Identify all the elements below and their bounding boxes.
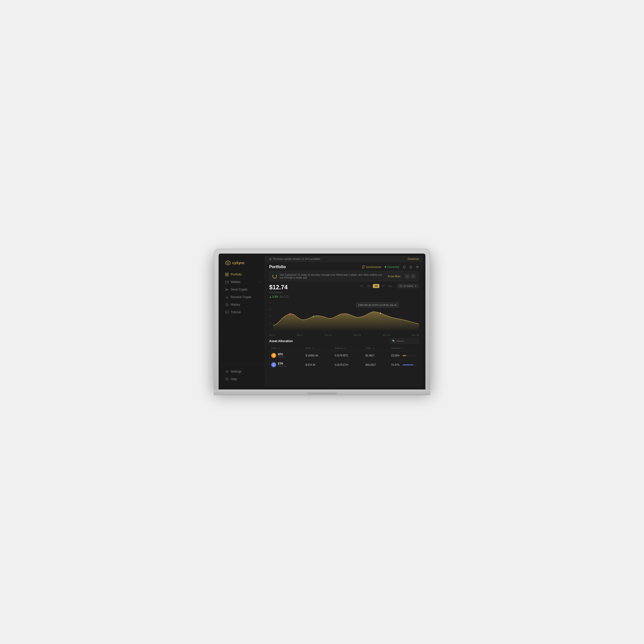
svg-point-29	[313, 316, 314, 317]
chart-container: 40 30 20 10	[269, 300, 419, 333]
balance-change: ▲ 2.3% $00.321	[269, 295, 289, 298]
svg-point-15	[416, 266, 419, 268]
balance-section: $12.74 Total Balance ▲ 2.3% $00.321 1D	[265, 284, 423, 300]
nav-bottom: Settings Help	[221, 365, 265, 383]
logo-text: cySync	[232, 261, 245, 265]
time-btn-1w[interactable]: 1W	[365, 284, 372, 288]
table-row: Ξ ETH Ethereum $ 674.44 0.0178 ETH $45.4…	[269, 360, 419, 370]
time-btn-1y[interactable]: 1Y	[380, 284, 386, 288]
laptop-body: cySync Portfolio	[214, 249, 430, 390]
svg-rect-2	[225, 273, 227, 274]
asset-header: Asset Allocation 🔍	[269, 338, 419, 344]
banner-next-btn[interactable]: ›	[411, 274, 416, 278]
asset-symbol: ETH	[278, 362, 287, 365]
svg-text:40: 40	[269, 302, 271, 304]
col-value[interactable]: Value ▲	[364, 346, 389, 351]
sidebar-item-history[interactable]: History	[221, 301, 265, 308]
firmware-download-btn[interactable]: Download	[408, 258, 419, 260]
know-more-link[interactable]: Know More	[388, 275, 400, 278]
page-title: Portfolio	[269, 265, 286, 269]
wallet-selector[interactable]: All Wallets ▼	[397, 284, 419, 288]
send-icon	[225, 288, 229, 291]
screen-bezel: cySync Portfolio	[219, 254, 425, 389]
chevron-right-icon: ›	[260, 281, 261, 284]
asset-section: Asset Allocation 🔍 Asset ⇕	[269, 338, 419, 387]
history-icon	[225, 303, 229, 306]
svg-text:10: 10	[269, 322, 271, 324]
tutorial-icon	[225, 310, 229, 314]
sidebar-item-label: Settings	[231, 370, 241, 373]
search-input[interactable]	[396, 340, 417, 342]
btc-icon: ₿	[271, 353, 276, 358]
sidebar-item-label: Receive Crypto	[231, 295, 251, 299]
nav-section: Portfolio Wallets ›	[221, 271, 265, 365]
svg-rect-3	[227, 273, 228, 274]
asset-name: Bitcoin	[278, 356, 284, 358]
asset-price: $ 16981.44	[304, 351, 333, 360]
sidebar-item-wallets[interactable]: Wallets ›	[221, 278, 265, 286]
time-btn-1d[interactable]: 1D	[358, 284, 365, 288]
banner-text: Use Cypherock X1 today to securely manag…	[279, 273, 385, 279]
settings-icon	[225, 370, 229, 373]
svg-point-31	[380, 312, 381, 314]
sidebar-item-receive-crypto[interactable]: Receive Crypto	[221, 293, 265, 301]
svg-rect-14	[410, 267, 412, 268]
receive-icon	[225, 295, 229, 299]
sidebar-item-portfolio[interactable]: Portfolio	[221, 271, 265, 278]
col-allocation[interactable]: Allocation ▲	[389, 346, 419, 351]
logo: cySync	[221, 260, 265, 271]
sidebar-item-label: Portfolio	[231, 273, 242, 276]
allocation-bar-fill	[403, 365, 413, 365]
change-amount: $00.321	[279, 295, 289, 298]
col-balance[interactable]: Balance ▲	[333, 346, 364, 351]
sidebar-item-tutorial[interactable]: Tutorial	[221, 308, 265, 316]
total-balance-label: Total Balance	[269, 291, 289, 294]
svg-point-7	[227, 282, 228, 283]
sort-arrow: ▲	[312, 347, 314, 349]
chart-x-label: Nov 24	[383, 334, 390, 336]
sidebar: cySync Portfolio	[221, 256, 265, 387]
time-btn-all[interactable]: ALL	[387, 284, 394, 288]
allocation-bar-bg	[403, 365, 417, 365]
chart-x-label: Nov 19	[354, 334, 361, 336]
eye-icon	[416, 265, 419, 268]
svg-point-16	[417, 267, 418, 267]
chart-x-labels: Nov 4 Nov 9 Nov 14 Nov 19 Nov 24 Nov 29	[265, 333, 423, 336]
notification-btn[interactable]	[403, 265, 406, 268]
asset-table: Asset ⇕ Price ▲ Balance ▲ Value ▲ Alloca…	[269, 346, 419, 370]
info-banner: Use Cypherock X1 today to securely manag…	[269, 271, 419, 281]
screen: cySync Portfolio	[221, 256, 423, 387]
asset-symbol: BTC	[278, 353, 284, 356]
chart-x-label: Nov 14	[325, 334, 332, 336]
svg-marker-1	[226, 261, 229, 264]
change-badge: ▲ 2.3%	[269, 295, 278, 298]
chart-x-label: Nov 4	[269, 334, 275, 336]
asset-balance: 0.0178 ETH	[333, 360, 364, 370]
allocation-bar-bg	[403, 355, 417, 356]
col-asset[interactable]: Asset ⇕	[269, 346, 304, 351]
loading-spinner	[272, 274, 277, 278]
wallet-dropdown-icon: ▼	[415, 285, 417, 287]
wallets-icon	[225, 280, 229, 284]
eye-btn[interactable]	[416, 265, 419, 268]
sidebar-item-help[interactable]: Help	[221, 375, 265, 383]
sync-icon	[362, 265, 365, 268]
svg-point-28	[289, 313, 290, 315]
wallet-icon	[399, 285, 402, 287]
svg-rect-17	[400, 285, 402, 287]
connected-status: Connected	[385, 266, 399, 268]
time-btn-1m[interactable]: 1M	[373, 284, 380, 288]
lock-btn[interactable]	[409, 265, 412, 268]
svg-rect-6	[225, 281, 228, 283]
asset-value: $2.9827	[364, 351, 389, 360]
sidebar-item-send-crypto[interactable]: Send Crypto	[221, 286, 265, 293]
col-price[interactable]: Price ▲	[304, 346, 333, 351]
search-icon: 🔍	[392, 340, 395, 342]
asset-balance: 0.0178 BTC	[333, 351, 364, 360]
balance-left: $12.74 Total Balance ▲ 2.3% $00.321	[269, 284, 289, 298]
banner-prev-btn[interactable]: ‹	[405, 274, 410, 278]
sidebar-item-settings[interactable]: Settings	[221, 368, 265, 375]
info-icon	[269, 258, 272, 260]
app-container: cySync Portfolio	[221, 256, 423, 387]
sidebar-item-label: Wallets	[231, 280, 240, 284]
